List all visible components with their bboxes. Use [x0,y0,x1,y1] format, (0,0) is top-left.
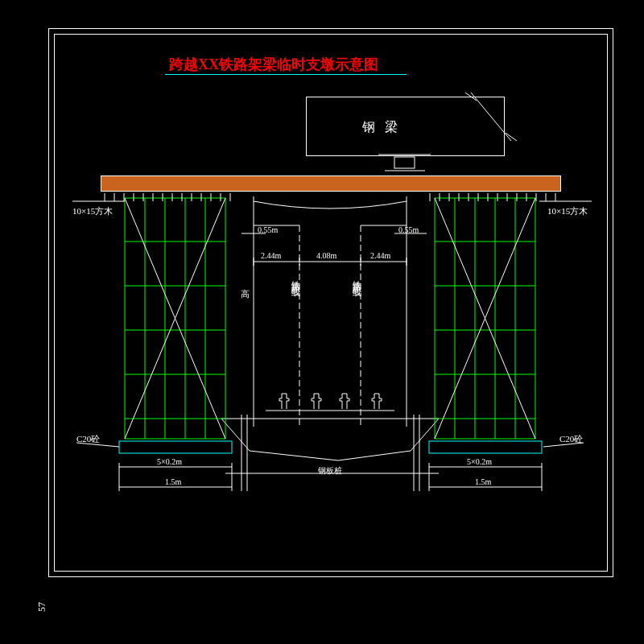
dim-244-left: 2.44m [261,251,281,260]
timber-label-left: 10×15方木 [72,205,113,217]
height-label: 高 [239,282,251,283]
rail-cl-right: 铁路中心线 [351,274,363,282]
svg-line-0 [471,93,511,141]
c20-right: C20砼 [559,433,583,445]
svg-rect-54 [429,441,542,453]
dim-055-left: 0.55m [258,225,278,234]
svg-line-1 [465,93,477,101]
dim-055-right: 0.55m [398,225,419,234]
dim-408: 4.08m [316,251,336,260]
svg-rect-53 [119,441,232,453]
conc-dim-left: 5×0.2m [157,457,182,466]
c20-left: C20砼 [76,433,100,445]
distribution-beam [101,175,561,192]
conc-dim-right: 5×0.2m [467,457,492,466]
base-dim-left: 1.5m [165,477,181,486]
base-dim-right: 1.5m [475,477,491,486]
page-number: 57 [36,602,48,612]
dim-244-right: 2.44m [370,251,390,260]
svg-line-2 [506,133,517,141]
pile-label: 钢板桩 [318,465,342,477]
drawing-svg [0,0,644,644]
rail-cl-left: 铁路中心线 [290,274,302,282]
timber-label-right: 10×15方木 [547,205,588,217]
svg-rect-4 [394,157,415,168]
